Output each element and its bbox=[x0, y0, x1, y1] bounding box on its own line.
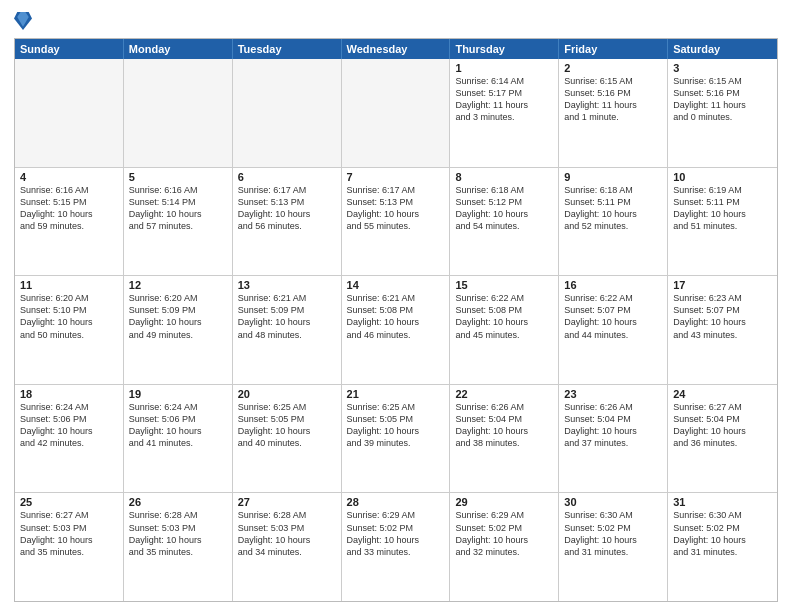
calendar-cell: 26Sunrise: 6:28 AMSunset: 5:03 PMDayligh… bbox=[124, 493, 233, 601]
day-number: 8 bbox=[455, 171, 553, 183]
logo bbox=[14, 10, 34, 32]
header-cell-wednesday: Wednesday bbox=[342, 39, 451, 59]
day-number: 5 bbox=[129, 171, 227, 183]
header-cell-sunday: Sunday bbox=[15, 39, 124, 59]
day-number: 20 bbox=[238, 388, 336, 400]
calendar-header: SundayMondayTuesdayWednesdayThursdayFrid… bbox=[15, 39, 777, 59]
day-info: Sunrise: 6:14 AMSunset: 5:17 PMDaylight:… bbox=[455, 75, 553, 124]
calendar-cell: 12Sunrise: 6:20 AMSunset: 5:09 PMDayligh… bbox=[124, 276, 233, 384]
day-info: Sunrise: 6:16 AMSunset: 5:15 PMDaylight:… bbox=[20, 184, 118, 233]
day-info: Sunrise: 6:20 AMSunset: 5:09 PMDaylight:… bbox=[129, 292, 227, 341]
day-info: Sunrise: 6:17 AMSunset: 5:13 PMDaylight:… bbox=[238, 184, 336, 233]
day-number: 18 bbox=[20, 388, 118, 400]
header-cell-thursday: Thursday bbox=[450, 39, 559, 59]
calendar-cell bbox=[342, 59, 451, 167]
day-info: Sunrise: 6:22 AMSunset: 5:08 PMDaylight:… bbox=[455, 292, 553, 341]
day-number: 26 bbox=[129, 496, 227, 508]
calendar-row-2: 4Sunrise: 6:16 AMSunset: 5:15 PMDaylight… bbox=[15, 167, 777, 276]
calendar-cell: 14Sunrise: 6:21 AMSunset: 5:08 PMDayligh… bbox=[342, 276, 451, 384]
calendar-cell: 28Sunrise: 6:29 AMSunset: 5:02 PMDayligh… bbox=[342, 493, 451, 601]
day-info: Sunrise: 6:29 AMSunset: 5:02 PMDaylight:… bbox=[455, 509, 553, 558]
day-number: 22 bbox=[455, 388, 553, 400]
calendar-cell: 4Sunrise: 6:16 AMSunset: 5:15 PMDaylight… bbox=[15, 168, 124, 276]
calendar: SundayMondayTuesdayWednesdayThursdayFrid… bbox=[14, 38, 778, 602]
calendar-cell: 30Sunrise: 6:30 AMSunset: 5:02 PMDayligh… bbox=[559, 493, 668, 601]
day-info: Sunrise: 6:21 AMSunset: 5:09 PMDaylight:… bbox=[238, 292, 336, 341]
calendar-cell: 10Sunrise: 6:19 AMSunset: 5:11 PMDayligh… bbox=[668, 168, 777, 276]
calendar-cell: 9Sunrise: 6:18 AMSunset: 5:11 PMDaylight… bbox=[559, 168, 668, 276]
day-number: 4 bbox=[20, 171, 118, 183]
day-number: 7 bbox=[347, 171, 445, 183]
calendar-cell: 15Sunrise: 6:22 AMSunset: 5:08 PMDayligh… bbox=[450, 276, 559, 384]
day-info: Sunrise: 6:27 AMSunset: 5:03 PMDaylight:… bbox=[20, 509, 118, 558]
day-info: Sunrise: 6:28 AMSunset: 5:03 PMDaylight:… bbox=[129, 509, 227, 558]
calendar-cell: 23Sunrise: 6:26 AMSunset: 5:04 PMDayligh… bbox=[559, 385, 668, 493]
day-info: Sunrise: 6:26 AMSunset: 5:04 PMDaylight:… bbox=[455, 401, 553, 450]
day-info: Sunrise: 6:18 AMSunset: 5:11 PMDaylight:… bbox=[564, 184, 662, 233]
day-number: 15 bbox=[455, 279, 553, 291]
day-info: Sunrise: 6:18 AMSunset: 5:12 PMDaylight:… bbox=[455, 184, 553, 233]
header-cell-monday: Monday bbox=[124, 39, 233, 59]
day-number: 31 bbox=[673, 496, 772, 508]
calendar-cell: 20Sunrise: 6:25 AMSunset: 5:05 PMDayligh… bbox=[233, 385, 342, 493]
day-info: Sunrise: 6:25 AMSunset: 5:05 PMDaylight:… bbox=[238, 401, 336, 450]
day-info: Sunrise: 6:28 AMSunset: 5:03 PMDaylight:… bbox=[238, 509, 336, 558]
calendar-row-3: 11Sunrise: 6:20 AMSunset: 5:10 PMDayligh… bbox=[15, 275, 777, 384]
calendar-cell: 2Sunrise: 6:15 AMSunset: 5:16 PMDaylight… bbox=[559, 59, 668, 167]
calendar-row-5: 25Sunrise: 6:27 AMSunset: 5:03 PMDayligh… bbox=[15, 492, 777, 601]
day-info: Sunrise: 6:16 AMSunset: 5:14 PMDaylight:… bbox=[129, 184, 227, 233]
day-number: 24 bbox=[673, 388, 772, 400]
day-info: Sunrise: 6:27 AMSunset: 5:04 PMDaylight:… bbox=[673, 401, 772, 450]
header bbox=[14, 10, 778, 32]
logo-icon bbox=[14, 10, 32, 32]
calendar-row-4: 18Sunrise: 6:24 AMSunset: 5:06 PMDayligh… bbox=[15, 384, 777, 493]
day-number: 2 bbox=[564, 62, 662, 74]
calendar-cell: 19Sunrise: 6:24 AMSunset: 5:06 PMDayligh… bbox=[124, 385, 233, 493]
day-number: 12 bbox=[129, 279, 227, 291]
calendar-cell: 3Sunrise: 6:15 AMSunset: 5:16 PMDaylight… bbox=[668, 59, 777, 167]
calendar-cell: 25Sunrise: 6:27 AMSunset: 5:03 PMDayligh… bbox=[15, 493, 124, 601]
day-info: Sunrise: 6:24 AMSunset: 5:06 PMDaylight:… bbox=[20, 401, 118, 450]
day-info: Sunrise: 6:15 AMSunset: 5:16 PMDaylight:… bbox=[564, 75, 662, 124]
day-info: Sunrise: 6:30 AMSunset: 5:02 PMDaylight:… bbox=[673, 509, 772, 558]
calendar-cell bbox=[124, 59, 233, 167]
day-info: Sunrise: 6:22 AMSunset: 5:07 PMDaylight:… bbox=[564, 292, 662, 341]
day-number: 11 bbox=[20, 279, 118, 291]
day-number: 13 bbox=[238, 279, 336, 291]
day-number: 25 bbox=[20, 496, 118, 508]
day-info: Sunrise: 6:30 AMSunset: 5:02 PMDaylight:… bbox=[564, 509, 662, 558]
day-number: 21 bbox=[347, 388, 445, 400]
calendar-cell: 27Sunrise: 6:28 AMSunset: 5:03 PMDayligh… bbox=[233, 493, 342, 601]
header-cell-friday: Friday bbox=[559, 39, 668, 59]
calendar-cell: 21Sunrise: 6:25 AMSunset: 5:05 PMDayligh… bbox=[342, 385, 451, 493]
calendar-cell bbox=[15, 59, 124, 167]
calendar-cell: 7Sunrise: 6:17 AMSunset: 5:13 PMDaylight… bbox=[342, 168, 451, 276]
day-info: Sunrise: 6:17 AMSunset: 5:13 PMDaylight:… bbox=[347, 184, 445, 233]
day-number: 28 bbox=[347, 496, 445, 508]
calendar-cell: 22Sunrise: 6:26 AMSunset: 5:04 PMDayligh… bbox=[450, 385, 559, 493]
day-number: 9 bbox=[564, 171, 662, 183]
day-info: Sunrise: 6:20 AMSunset: 5:10 PMDaylight:… bbox=[20, 292, 118, 341]
day-number: 30 bbox=[564, 496, 662, 508]
header-cell-tuesday: Tuesday bbox=[233, 39, 342, 59]
day-number: 17 bbox=[673, 279, 772, 291]
calendar-cell: 6Sunrise: 6:17 AMSunset: 5:13 PMDaylight… bbox=[233, 168, 342, 276]
day-info: Sunrise: 6:26 AMSunset: 5:04 PMDaylight:… bbox=[564, 401, 662, 450]
day-number: 6 bbox=[238, 171, 336, 183]
day-info: Sunrise: 6:15 AMSunset: 5:16 PMDaylight:… bbox=[673, 75, 772, 124]
calendar-cell: 17Sunrise: 6:23 AMSunset: 5:07 PMDayligh… bbox=[668, 276, 777, 384]
day-info: Sunrise: 6:19 AMSunset: 5:11 PMDaylight:… bbox=[673, 184, 772, 233]
calendar-row-1: 1Sunrise: 6:14 AMSunset: 5:17 PMDaylight… bbox=[15, 59, 777, 167]
day-number: 16 bbox=[564, 279, 662, 291]
calendar-cell: 16Sunrise: 6:22 AMSunset: 5:07 PMDayligh… bbox=[559, 276, 668, 384]
day-number: 1 bbox=[455, 62, 553, 74]
day-number: 14 bbox=[347, 279, 445, 291]
calendar-cell: 13Sunrise: 6:21 AMSunset: 5:09 PMDayligh… bbox=[233, 276, 342, 384]
calendar-cell: 1Sunrise: 6:14 AMSunset: 5:17 PMDaylight… bbox=[450, 59, 559, 167]
calendar-cell: 24Sunrise: 6:27 AMSunset: 5:04 PMDayligh… bbox=[668, 385, 777, 493]
calendar-cell bbox=[233, 59, 342, 167]
day-number: 19 bbox=[129, 388, 227, 400]
calendar-body: 1Sunrise: 6:14 AMSunset: 5:17 PMDaylight… bbox=[15, 59, 777, 601]
day-number: 3 bbox=[673, 62, 772, 74]
header-cell-saturday: Saturday bbox=[668, 39, 777, 59]
